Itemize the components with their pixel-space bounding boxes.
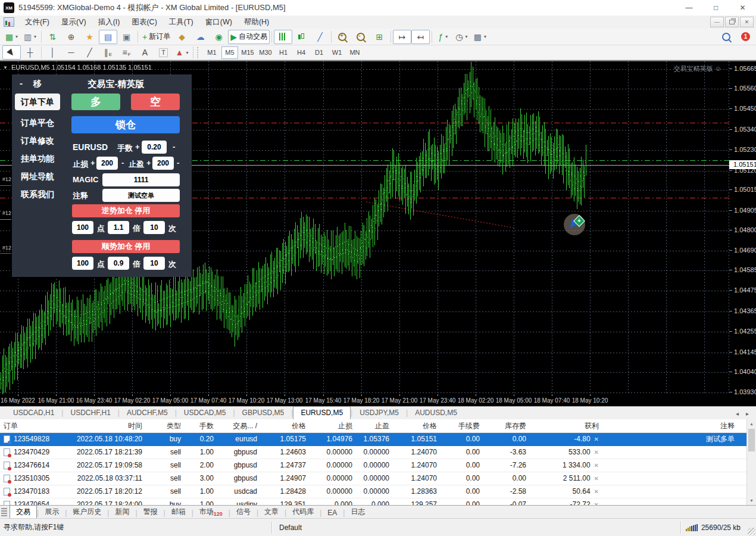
close-order-button[interactable]: ✕ <box>594 433 599 445</box>
timeframe-d1[interactable]: D1 <box>311 46 327 59</box>
scroll-up-button[interactable]: ▲ <box>747 419 756 428</box>
profiles-button[interactable]: ▥▾ <box>21 30 39 44</box>
ohlc-collapse-icon[interactable]: ▼ <box>3 65 8 70</box>
close-order-button[interactable]: ✕ <box>594 472 599 485</box>
terminal-tab-7[interactable]: 市场120 <box>193 506 229 518</box>
terminal-tab-9[interactable]: 文章 <box>258 506 285 518</box>
terminal-tab-4[interactable]: 新闻 <box>109 506 135 518</box>
favorites-button[interactable]: ★ <box>80 30 99 44</box>
tabs-scroll-right-icon[interactable]: ▸ <box>746 410 749 417</box>
label-tool[interactable]: T <box>154 45 173 60</box>
trend-add-button[interactable]: 顺势加仓 停用 <box>72 240 180 253</box>
trend-times-input[interactable] <box>143 257 165 270</box>
periods-button[interactable]: ◷▾ <box>452 30 471 44</box>
community-icon[interactable]: ☁ <box>191 30 210 44</box>
crosshair-tool[interactable]: ┼ <box>21 45 39 60</box>
lots-input[interactable] <box>142 141 167 154</box>
timeframe-m15[interactable]: M15 <box>239 46 256 59</box>
menu-item-3[interactable]: 图表(C) <box>126 15 163 29</box>
terminal-tab-3[interactable]: 账户历史 <box>67 506 107 518</box>
timeframe-mn[interactable]: MN <box>346 46 363 59</box>
news-horn-icon[interactable]: ◆ <box>173 30 191 44</box>
indicators-button[interactable]: ƒ▾ <box>434 30 452 44</box>
menu-item-4[interactable]: 工具(T) <box>163 15 199 29</box>
time-axis[interactable]: 16 May 202216 May 21:0016 May 23:4017 Ma… <box>0 394 756 406</box>
cursor-tool[interactable] <box>2 45 21 60</box>
sl-decrease-button[interactable]: - <box>121 158 124 167</box>
window-minimize-button[interactable]: — <box>676 0 702 15</box>
lots-increase-button[interactable]: + <box>135 142 140 151</box>
auto-trading-button[interactable]: ▶自动交易 <box>228 30 270 44</box>
arrows-tool[interactable]: ▲▾ <box>173 45 191 60</box>
panel-menu-3[interactable]: 订单修改 <box>15 134 60 147</box>
order-row[interactable]: 1234701832022.05.17 18:20:12sell1.00usdc… <box>0 485 747 498</box>
chart-tab-audusd-m5[interactable]: AUDUSD,M5 <box>408 407 464 419</box>
panel-menu-2[interactable]: 订单平仓 <box>15 116 60 129</box>
market-watch-button[interactable]: ▤ <box>99 30 117 44</box>
zoom-in-button[interactable]: + <box>333 30 352 44</box>
terminal-tab-6[interactable]: 邮箱 <box>165 506 192 518</box>
panel-minimize-button[interactable]: - <box>20 78 23 88</box>
menu-item-5[interactable]: 窗口(W) <box>199 15 238 29</box>
magic-input[interactable] <box>102 173 180 186</box>
line-chart-button[interactable]: ╱ <box>311 30 329 44</box>
chart-tab-usdjpy-m5[interactable]: USDJPY,M5 <box>352 407 406 419</box>
terminal-tab-8[interactable]: 信号 <box>230 506 257 518</box>
new-order-button[interactable]: +新订单 <box>140 30 173 44</box>
counter-trend-add-button[interactable]: 逆势加仓 停用 <box>72 204 180 217</box>
fibonacci-tool[interactable]: ≡F <box>117 45 136 60</box>
buy-button[interactable]: 多 <box>71 94 120 110</box>
close-order-button[interactable]: ✕ <box>594 459 599 472</box>
panel-menu-5[interactable]: 网址导航 <box>15 170 60 183</box>
panel-menu-4[interactable]: 挂单功能 <box>15 152 60 165</box>
chart-tab-usdcad-m5[interactable]: USDCAD,M5 <box>177 407 233 419</box>
sl-increase-button[interactable]: + <box>90 158 95 167</box>
trend-mult-input[interactable] <box>108 257 129 270</box>
tile-windows-button[interactable]: ⊞ <box>370 30 389 44</box>
chart-tab-usdchf-h1[interactable]: USDCHF,H1 <box>63 407 117 419</box>
terminal-tab-2[interactable]: 展示 <box>39 506 65 518</box>
menu-item-2[interactable]: 插入(I) <box>92 15 126 29</box>
order-row[interactable]: 1234704292022.05.17 18:21:39sell1.00gbpu… <box>0 446 747 459</box>
timeframe-h1[interactable]: H1 <box>275 46 292 59</box>
auto-scroll-button[interactable]: ↦ <box>393 30 411 44</box>
menu-item-0[interactable]: 文件(F) <box>19 15 55 29</box>
terminal-tab-1[interactable]: 交易 <box>10 505 37 518</box>
zoom-out-button[interactable]: - <box>352 30 370 44</box>
timeframe-h4[interactable]: H4 <box>293 46 310 59</box>
price-axis[interactable]: 1.056651.055601.054501.053401.052301.051… <box>729 61 756 394</box>
templates-button[interactable]: ▩▾ <box>471 30 489 44</box>
stoploss-input[interactable] <box>96 157 118 170</box>
panel-menu-6[interactable]: 联系我们 <box>15 188 60 201</box>
trendline-tool[interactable]: ╱ <box>80 45 99 60</box>
chart-tab-usdcad-h1[interactable]: USDCAD,H1 <box>6 407 61 419</box>
chart-shift-button[interactable]: ↤ <box>411 30 430 44</box>
terminal-tab-11[interactable]: EA <box>321 507 343 518</box>
mdi-restore-button[interactable] <box>725 17 739 27</box>
timeframe-m30[interactable]: M30 <box>257 46 274 59</box>
window-maximize-button[interactable]: □ <box>702 0 729 15</box>
terminal-tab-12[interactable]: 日志 <box>345 506 371 518</box>
window-close-button[interactable]: ✕ <box>729 0 756 15</box>
notification-badge[interactable]: 1 <box>741 32 750 41</box>
panel-menu-1[interactable]: 订单下单 <box>15 94 60 110</box>
vertical-line-tool[interactable]: │ <box>43 45 62 60</box>
mdi-close-button[interactable]: ✕ <box>740 17 754 27</box>
panel-move-handle[interactable]: 移 <box>33 79 42 89</box>
toolbar-grip[interactable] <box>197 47 200 58</box>
mdi-minimize-button[interactable]: — <box>710 17 724 27</box>
bar-chart-button[interactable] <box>274 30 292 44</box>
signals-icon[interactable]: ◉ <box>210 30 228 44</box>
scroll-thumb[interactable] <box>748 429 755 451</box>
order-row[interactable]: 1235498282022.05.18 10:48:20buy0.20eurus… <box>0 433 747 446</box>
takeprofit-input[interactable] <box>152 157 174 170</box>
orders-scrollbar[interactable]: ▲ ▼ <box>746 419 756 505</box>
close-order-button[interactable]: ✕ <box>594 498 599 505</box>
close-order-button[interactable]: ✕ <box>594 485 599 498</box>
menu-item-6[interactable]: 帮助(H) <box>238 15 275 29</box>
scroll-down-button[interactable]: ▼ <box>747 496 756 505</box>
lots-decrease-button[interactable]: - <box>173 142 175 151</box>
order-row[interactable]: 1234706542022.05.17 18:24:00buy1.00usdjp… <box>0 498 747 505</box>
tp-decrease-button[interactable]: - <box>177 158 179 167</box>
channel-tool[interactable]: ∥E <box>99 45 117 60</box>
